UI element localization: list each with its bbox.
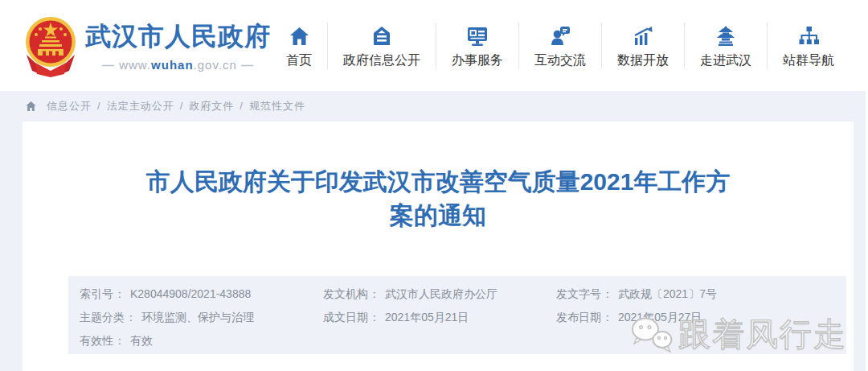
breadcrumb-separator: /	[240, 100, 244, 112]
services-monitor-icon	[466, 23, 489, 47]
page: 武汉市人民政府 — www.wuhan.gov.cn — 首页	[0, 0, 868, 371]
breadcrumb-item[interactable]: 规范性文件	[249, 100, 305, 112]
breadcrumb-item[interactable]: 法定主动公开	[107, 100, 174, 112]
nav-label: 站群导航	[783, 52, 834, 69]
nav-item-home[interactable]: 首页	[271, 23, 327, 69]
breadcrumb-item[interactable]: 信息公开	[47, 100, 92, 112]
info-disclosure-icon	[371, 23, 392, 47]
breadcrumb-item[interactable]: 政府文件	[189, 100, 234, 112]
nav-item-enter-wuhan[interactable]: 走进武汉	[684, 23, 767, 69]
open-data-chart-icon	[632, 23, 654, 47]
site-header: 武汉市人民政府 — www.wuhan.gov.cn — 首页	[0, 0, 868, 91]
nav-label: 走进武汉	[700, 52, 751, 69]
meta-index-number: 索引号：K28044908/2021-43888	[80, 287, 323, 311]
main-nav: 首页 政府信息公开	[271, 23, 850, 69]
nav-item-open-data[interactable]: 数据开放	[601, 23, 684, 69]
tower-icon	[714, 23, 737, 47]
watermark: 跟着风行走	[630, 312, 847, 357]
breadcrumb-separator: /	[180, 100, 184, 112]
nav-item-interaction[interactable]: 互动交流	[518, 23, 601, 69]
wechat-icon	[630, 316, 674, 353]
meta-written-date: 成文日期：2021年05月21日	[323, 311, 556, 334]
document-title: 市人民政府关于印发武汉市改善空气质量2021年工作方案的通知	[139, 165, 738, 233]
meta-validity: 有效性：有效	[80, 334, 323, 357]
national-emblem-icon	[24, 14, 77, 77]
nav-label: 政府信息公开	[343, 52, 420, 69]
site-title: 武汉市人民政府	[85, 19, 271, 55]
sitemap-icon	[798, 23, 820, 47]
breadcrumb-separator: /	[97, 100, 101, 112]
home-icon	[289, 23, 310, 47]
site-url: — www.wuhan.gov.cn —	[85, 58, 271, 72]
breadcrumb: 信息公开/法定主动公开/政府文件/规范性文件	[0, 91, 868, 122]
watermark-text: 跟着风行走	[678, 312, 847, 357]
nav-item-site-navigation[interactable]: 站群导航	[767, 23, 850, 69]
nav-label: 首页	[286, 52, 312, 69]
nav-item-services[interactable]: 办事服务	[436, 23, 518, 69]
meta-issuing-agency: 发文机构：武汉市人民政府办公厅	[323, 287, 556, 311]
interaction-icon	[550, 23, 571, 47]
site-logo[interactable]: 武汉市人民政府 — www.wuhan.gov.cn —	[24, 14, 271, 77]
nav-label: 互动交流	[534, 52, 586, 69]
breadcrumb-home-icon[interactable]	[25, 101, 37, 112]
nav-item-info-disclosure[interactable]: 政府信息公开	[327, 23, 436, 69]
nav-label: 数据开放	[617, 52, 669, 69]
nav-label: 办事服务	[452, 52, 503, 69]
meta-document-number: 发文字号：武政规〔2021〕7号	[556, 287, 846, 311]
meta-topic-category: 主题分类：环境监测、保护与治理	[80, 311, 323, 334]
